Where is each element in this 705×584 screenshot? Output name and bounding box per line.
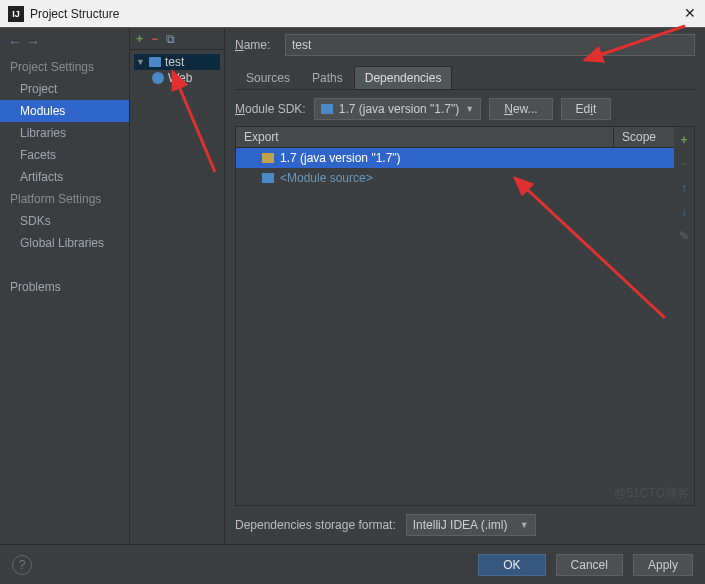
dep-label: 1.7 (java version "1.7") [280, 151, 401, 165]
help-icon[interactable]: ? [12, 555, 32, 575]
table-body: 1.7 (java version "1.7") <Module source> [236, 148, 674, 505]
content-panel: Name: Sources Paths Dependencies Module … [225, 28, 705, 544]
edit-button[interactable]: Edit [561, 98, 612, 120]
sdk-value: 1.7 (java version "1.7") [339, 102, 460, 116]
dependencies-table-wrap: Export Scope 1.7 (java version "1.7") <M… [235, 126, 695, 506]
tree-node-test[interactable]: ▼ test [134, 54, 220, 70]
sdk-row: Module SDK: 1.7 (java version "1.7") ▼ N… [235, 98, 695, 120]
sidebar: ← → Project Settings Project Modules Lib… [0, 28, 130, 544]
storage-label: Dependencies storage format: [235, 518, 396, 532]
sidebar-item-modules[interactable]: Modules [0, 100, 129, 122]
folder-icon [321, 104, 333, 114]
window-title: Project Structure [30, 7, 683, 21]
chevron-down-icon: ▼ [520, 520, 529, 530]
nav-arrows[interactable]: ← → [0, 34, 129, 56]
chevron-down-icon: ▼ [465, 104, 474, 114]
add-icon[interactable]: + [136, 32, 143, 46]
new-button[interactable]: New... [489, 98, 552, 120]
tree-node-label: test [165, 55, 184, 69]
tab-dependencies[interactable]: Dependencies [354, 66, 453, 89]
th-scope[interactable]: Scope [614, 127, 674, 147]
remove-icon[interactable]: − [151, 32, 158, 46]
tree-toolbar: + − ⧉ [130, 28, 224, 50]
th-export[interactable]: Export [236, 127, 614, 147]
sidebar-item-libraries[interactable]: Libraries [0, 122, 129, 144]
table-row[interactable]: 1.7 (java version "1.7") [236, 148, 674, 168]
remove-icon[interactable]: − [680, 157, 687, 171]
folder-icon [149, 57, 161, 67]
name-input[interactable] [285, 34, 695, 56]
copy-icon[interactable]: ⧉ [166, 32, 175, 46]
sidebar-section-platform: Platform Settings [0, 188, 129, 210]
table-row[interactable]: <Module source> [236, 168, 674, 188]
tab-sources[interactable]: Sources [235, 66, 301, 89]
sidebar-section-project: Project Settings [0, 56, 129, 78]
sidebar-item-project[interactable]: Project [0, 78, 129, 100]
title-bar: IJ Project Structure ✕ [0, 0, 705, 28]
sidebar-item-sdks[interactable]: SDKs [0, 210, 129, 232]
move-up-icon[interactable]: ↑ [681, 181, 687, 195]
web-icon [152, 72, 164, 84]
table-header: Export Scope [236, 127, 674, 148]
name-label: Name: [235, 38, 277, 52]
ok-button[interactable]: OK [478, 554, 545, 576]
tree-node-label: Web [168, 71, 192, 85]
sidebar-item-problems[interactable]: Problems [0, 276, 129, 298]
sdk-label: Module SDK: [235, 102, 306, 116]
add-icon[interactable]: + [680, 133, 687, 147]
storage-value: IntelliJ IDEA (.iml) [413, 518, 508, 532]
expand-icon[interactable]: ▼ [136, 57, 145, 67]
edit-icon[interactable]: ✎ [679, 229, 689, 243]
tabs: Sources Paths Dependencies [235, 66, 695, 90]
sidebar-item-facets[interactable]: Facets [0, 144, 129, 166]
table-vtoolbar: + − ↑ ↓ ✎ [674, 127, 694, 505]
storage-combo[interactable]: IntelliJ IDEA (.iml) ▼ [406, 514, 536, 536]
sidebar-item-global-libraries[interactable]: Global Libraries [0, 232, 129, 254]
sidebar-section-empty [0, 254, 129, 276]
close-icon[interactable]: ✕ [683, 7, 697, 21]
storage-row: Dependencies storage format: IntelliJ ID… [235, 514, 695, 536]
tree-node-web[interactable]: Web [134, 70, 220, 86]
name-row: Name: [235, 34, 695, 56]
move-down-icon[interactable]: ↓ [681, 205, 687, 219]
module-tree-panel: + − ⧉ ▼ test Web [130, 28, 225, 544]
tab-paths[interactable]: Paths [301, 66, 354, 89]
source-icon [262, 173, 274, 183]
cancel-button[interactable]: Cancel [556, 554, 623, 576]
sidebar-item-artifacts[interactable]: Artifacts [0, 166, 129, 188]
dependencies-table: Export Scope 1.7 (java version "1.7") <M… [236, 127, 674, 505]
footer: ? OK Cancel Apply [0, 544, 705, 584]
tree-body: ▼ test Web [130, 50, 224, 90]
app-logo: IJ [8, 6, 24, 22]
dep-label: <Module source> [280, 171, 373, 185]
sdk-combo[interactable]: 1.7 (java version "1.7") ▼ [314, 98, 482, 120]
main-area: ← → Project Settings Project Modules Lib… [0, 28, 705, 544]
folder-icon [262, 153, 274, 163]
apply-button[interactable]: Apply [633, 554, 693, 576]
